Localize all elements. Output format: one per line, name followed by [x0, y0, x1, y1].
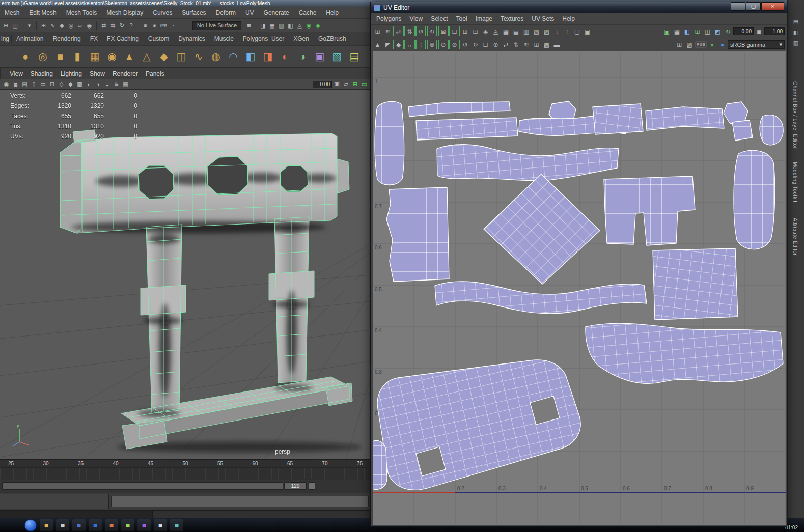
- taskbar-app-notes[interactable]: ■: [154, 519, 167, 531]
- motion-blur-icon[interactable]: ≋: [112, 80, 121, 89]
- align-u-min-icon[interactable]: ▤: [511, 26, 521, 36]
- poly-cone-icon[interactable]: ▲: [121, 48, 137, 65]
- boolean-union-icon[interactable]: ◐: [277, 48, 293, 65]
- move-v-icon[interactable]: ↕: [415, 40, 426, 49]
- rotate-left-45-icon[interactable]: ↺: [460, 40, 470, 49]
- render-view-icon[interactable]: ▣: [141, 21, 150, 30]
- grease-pencil-icon[interactable]: ▱: [342, 80, 350, 89]
- quad-draw-icon[interactable]: ▧: [329, 48, 345, 65]
- checker-map-icon[interactable]: ⊞: [675, 40, 684, 49]
- uv-menu-item[interactable]: Image: [476, 15, 492, 22]
- bookmark-icon[interactable]: ▯: [30, 80, 38, 89]
- exposure-field[interactable]: 0.00: [313, 81, 332, 88]
- taskbar-app-chat[interactable]: ■: [137, 519, 151, 531]
- snap-grid-icon[interactable]: ⊞: [39, 21, 48, 30]
- snap-center-icon[interactable]: ◎: [67, 21, 75, 30]
- uv-lattice-tool-icon[interactable]: ⊞: [373, 26, 382, 36]
- snap-down-icon[interactable]: ↓: [552, 26, 562, 36]
- combine-icon[interactable]: ◨: [260, 48, 276, 65]
- shelf-tab[interactable]: Polygons_User: [238, 35, 289, 42]
- sculpt-tool-icon[interactable]: ◠: [225, 48, 241, 65]
- flip-u-icon[interactable]: ⇄: [393, 26, 404, 36]
- tab-channel-box[interactable]: Channel Box / Layer Editor: [792, 81, 798, 149]
- poly-helix-icon[interactable]: ∿: [190, 48, 207, 65]
- panel-menu-item[interactable]: Show: [90, 70, 105, 77]
- panel-menu-item[interactable]: Shading: [31, 70, 53, 77]
- uv-menu-item[interactable]: Textures: [501, 15, 523, 22]
- uv-menu-item[interactable]: Help: [562, 15, 575, 22]
- shelf-tab[interactable]: Custom: [144, 35, 174, 42]
- ao-icon[interactable]: ◒: [103, 80, 112, 89]
- grid-toggle-icon[interactable]: ⊞: [351, 80, 359, 89]
- poly-cube-icon[interactable]: ■: [52, 48, 68, 65]
- textured-mode-icon[interactable]: ▩: [75, 80, 84, 89]
- start-button[interactable]: [24, 519, 37, 531]
- snap-point-icon[interactable]: ◆: [58, 21, 66, 30]
- grid-display-icon[interactable]: ⊞: [692, 26, 702, 36]
- menu-item[interactable]: Mesh: [5, 9, 19, 16]
- poly-gear-icon[interactable]: ◍: [208, 48, 224, 65]
- taskbar-app-browser[interactable]: ■: [56, 519, 69, 531]
- shelf-tab[interactable]: Dynamics: [174, 35, 210, 42]
- poly-pyramid-icon[interactable]: △: [138, 48, 155, 65]
- cut-uv-edges-icon[interactable]: ⊠: [438, 26, 449, 36]
- taskbar-app-media[interactable]: ■: [72, 519, 86, 531]
- move-u-icon[interactable]: ↔: [404, 40, 415, 49]
- rotate-uv-ccw-icon[interactable]: ↺: [415, 26, 426, 36]
- uv-menu-item[interactable]: Polygons: [376, 15, 401, 22]
- wireframe-mode-icon[interactable]: ◇: [57, 80, 66, 89]
- normalize-uv-icon[interactable]: ▢: [572, 26, 582, 36]
- align-v-max-icon[interactable]: ▨: [542, 26, 551, 36]
- wire-shade-icon[interactable]: ◨: [259, 21, 267, 30]
- menu-item[interactable]: Mesh Display: [106, 9, 143, 16]
- fps-icon[interactable]: ▥: [277, 21, 286, 30]
- uv-smear-tool-icon[interactable]: ≋: [383, 26, 393, 36]
- align-v-min-icon[interactable]: ▧: [532, 26, 541, 36]
- filtered-image-icon[interactable]: ▦: [672, 26, 682, 36]
- menu-item[interactable]: Help: [326, 9, 339, 16]
- shelf-tab[interactable]: XGen: [289, 35, 314, 42]
- dim-image-icon[interactable]: ◧: [682, 26, 692, 36]
- channel-box-icon[interactable]: ▤: [792, 17, 800, 26]
- outputs-icon[interactable]: ⇆: [108, 21, 117, 30]
- time-slider-track[interactable]: [0, 467, 371, 479]
- shade-uvs-icon[interactable]: ◩: [713, 26, 723, 36]
- uv-editor-titlebar[interactable]: UV Editor – ▢ ×: [371, 2, 787, 13]
- layout-uv-icon[interactable]: ▦: [501, 26, 511, 36]
- range-slider[interactable]: 120: [0, 480, 371, 493]
- freeze-uv-icon[interactable]: ⊛: [427, 40, 437, 49]
- antialias-icon[interactable]: ▦: [121, 80, 130, 89]
- menu-item[interactable]: UV: [245, 9, 254, 16]
- render-frame-icon[interactable]: ◉: [150, 21, 159, 30]
- close-button[interactable]: ×: [761, 2, 784, 11]
- snap-up-icon[interactable]: ↑: [562, 26, 572, 36]
- panel-layout-icon[interactable]: ◫: [11, 21, 19, 30]
- match-uvs-icon[interactable]: ≋: [521, 40, 531, 49]
- translate-neg-u-icon[interactable]: ⊟: [481, 40, 490, 49]
- help-hotkey-icon[interactable]: ?: [127, 21, 135, 30]
- taskbar-app-viewer[interactable]: ■: [121, 519, 134, 531]
- tab-modeling-toolkit[interactable]: Modeling Toolkit: [792, 162, 798, 203]
- stocks-model[interactable]: [60, 130, 352, 449]
- uv-canvas[interactable]: 1 0.9 0.8 0.7 0.6 0.5 0.4 0.3 0.2 0.1 0 …: [373, 51, 786, 525]
- dotted-grid-icon[interactable]: ▨: [685, 40, 695, 49]
- shadows-icon[interactable]: ◑: [94, 80, 102, 89]
- view-transform-dropdown[interactable]: sRGB gamma ▾: [728, 40, 785, 49]
- poly-plane-icon[interactable]: ▦: [87, 48, 103, 65]
- uv-menu-item[interactable]: Tool: [456, 15, 467, 22]
- uv-shell-base[interactable]: [377, 360, 580, 490]
- rgb-channels-icon[interactable]: RGB: [695, 41, 707, 48]
- resolution-gate-icon[interactable]: ▭: [360, 80, 369, 89]
- shelf-tab[interactable]: FX: [86, 35, 102, 42]
- display-image-icon[interactable]: ▣: [662, 26, 672, 36]
- taskbar-app-explorer[interactable]: ■: [40, 519, 53, 531]
- camera-attributes-icon[interactable]: ▤: [20, 80, 29, 89]
- uv-shells[interactable]: [373, 101, 783, 490]
- poly-disc-icon[interactable]: ◉: [104, 48, 120, 65]
- tab-attribute-editor[interactable]: Attribute Editor: [792, 218, 798, 256]
- distribute-u-icon[interactable]: ⇄: [501, 40, 511, 49]
- live-surface-field[interactable]: No Live Surface: [192, 21, 241, 30]
- selection-mode-dropdown[interactable]: ▾: [25, 21, 34, 30]
- uv-menu-item[interactable]: Select: [431, 15, 448, 22]
- uv-shell-mode-icon[interactable]: ◤: [383, 40, 393, 49]
